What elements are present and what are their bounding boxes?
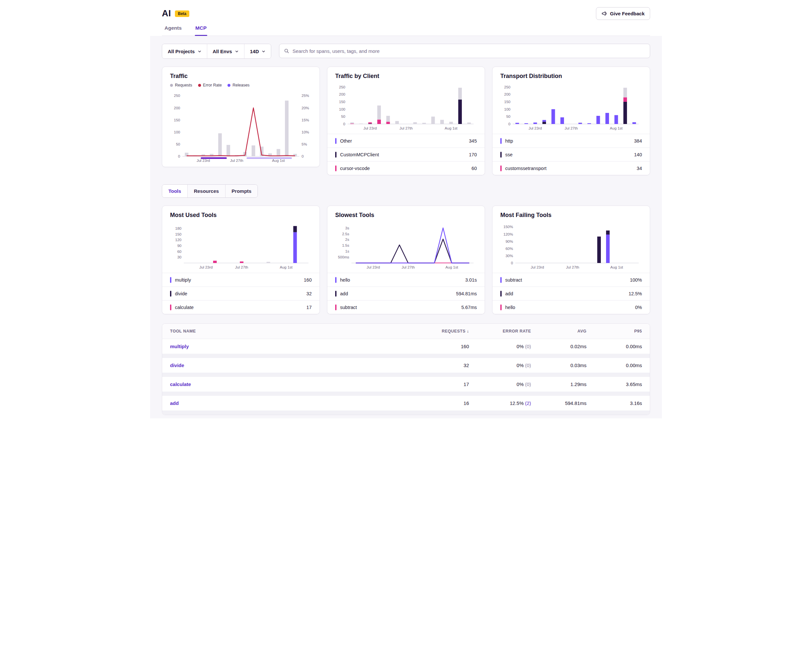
table-row-multiply[interactable]: multiply1600% (0)0.02ms0.00ms [162,339,650,354]
error-rate-percent: 12.5% [510,400,525,406]
segment-tools[interactable]: Tools [162,185,188,197]
series-row-subtract[interactable]: subtract100% [493,273,650,287]
svg-text:100: 100 [339,107,345,111]
requests-value: 16 [417,400,469,406]
legend-dot [170,84,173,87]
series-label: divide [175,291,187,296]
svg-text:150: 150 [339,100,345,104]
tool-link[interactable]: calculate [170,381,417,387]
tool-link[interactable]: add [170,400,417,406]
series-value: 100% [630,277,642,282]
svg-text:100: 100 [504,107,510,111]
table-row-add[interactable]: add1612.5% (2)594.81ms3.16s [162,396,650,410]
tool-link[interactable]: divide [170,363,417,368]
series-row-customssetransport[interactable]: customssetransport34 [493,161,650,175]
svg-text:Jul 23rd: Jul 23rd [363,126,377,130]
svg-text:120%: 120% [504,232,513,236]
card-title: Most Used Tools [170,212,312,219]
svg-text:10%: 10% [302,130,309,134]
give-feedback-label: Give Feedback [610,11,644,16]
svg-text:25%: 25% [302,94,309,98]
svg-text:50: 50 [341,114,345,119]
chevron-down-icon [262,50,266,53]
column-header-requests[interactable]: REQUESTS↓ [417,329,469,334]
series-value: 384 [634,138,642,143]
series-row-calculate[interactable]: calculate17 [162,300,319,314]
column-header-tool-name[interactable]: TOOL NAME [170,329,417,334]
svg-text:90%: 90% [505,240,513,243]
svg-text:250: 250 [339,85,345,89]
segment-prompts[interactable]: Prompts [226,185,258,197]
series-label: add [505,291,513,296]
series-color-pill [500,138,502,144]
svg-text:0: 0 [511,261,513,265]
svg-text:50: 50 [176,142,180,146]
series-row-subtract[interactable]: subtract5.67ms [327,300,485,314]
primary-tabs: AgentsMCP [162,25,650,36]
series-color-pill [500,277,502,283]
error-rate-percent: 0% [517,363,525,368]
series-row-add[interactable]: add12.5% [493,287,650,300]
p95-value: 0.00ms [586,363,642,368]
search-icon [284,48,289,53]
svg-text:500ms: 500ms [338,255,349,259]
series-row-cursor-vscode[interactable]: cursor-vscode60 [327,161,485,175]
svg-text:Aug 1st: Aug 1st [272,159,285,163]
p95-value: 3.16s [586,400,642,406]
page-title: AI [162,9,171,18]
series-value: 60 [472,166,477,171]
traffic-card: Traffic RequestsError RateReleases 05010… [162,67,320,167]
series-row-hello[interactable]: hello3.01s [327,273,485,287]
legend-item-error-rate[interactable]: Error Rate [198,83,222,87]
series-row-http[interactable]: http384 [493,134,650,148]
column-header-avg[interactable]: AVG [531,329,586,334]
legend-item-releases[interactable]: Releases [227,83,249,87]
filter-dropdown-14d[interactable]: 14D [244,44,271,58]
card-title: Slowest Tools [335,212,477,219]
series-label: hello [505,305,515,310]
table-row-divide[interactable]: divide320% (0)0.03ms0.00ms [162,358,650,373]
error-count[interactable]: (2) [525,400,531,406]
svg-text:250: 250 [504,85,510,89]
series-value: 345 [469,138,477,143]
requests-value: 32 [417,363,469,368]
search-input[interactable] [292,48,645,54]
tab-agents[interactable]: Agents [164,25,182,35]
tool-link[interactable]: multiply [170,343,417,349]
svg-text:15%: 15% [302,118,309,122]
filter-dropdown-all-projects[interactable]: All Projects [162,44,207,58]
chevron-down-icon [198,50,201,53]
traffic-by-client-card: Traffic by Client 050100150200250Jul 23r… [327,67,485,175]
segment-resources[interactable]: Resources [188,185,226,197]
give-feedback-button[interactable]: Give Feedback [596,7,650,20]
column-header-error-rate[interactable]: ERROR RATE [469,329,531,334]
traffic-by-client-chart: 050100150200250Jul 23rdJul 27thAug 1st [335,82,478,131]
transport-distribution-chart: 050100150200250Jul 23rdJul 27thAug 1st [500,82,643,131]
avg-value: 0.03ms [531,363,586,368]
series-row-other[interactable]: Other345 [327,134,485,148]
legend-dot [227,84,230,87]
series-row-custommcpclient[interactable]: CustomMCPClient170 [327,148,485,161]
tab-mcp[interactable]: MCP [195,25,207,35]
legend-item-requests[interactable]: Requests [170,83,192,87]
bottom-charts-grid: Most Used Tools 306090120150180Jul 23rdJ… [162,206,650,314]
error-rate-percent: 0% [517,381,525,387]
svg-text:150: 150 [175,232,182,236]
series-row-add[interactable]: add594.81ms [327,287,485,300]
svg-text:30%: 30% [505,254,513,258]
svg-text:Aug 1st: Aug 1st [610,126,623,130]
series-row-hello[interactable]: hello0% [493,300,650,314]
series-value: 160 [304,277,312,282]
series-row-multiply[interactable]: multiply160 [162,273,319,287]
avg-value: 0.02ms [531,343,586,349]
series-row-sse[interactable]: sse140 [493,148,650,161]
column-header-p95[interactable]: P95 [586,329,642,334]
svg-text:Jul 23rd: Jul 23rd [531,265,544,269]
series-row-divide[interactable]: divide32 [162,287,319,300]
sort-desc-icon: ↓ [467,329,469,334]
most-failing-tools-chart: 030%60%90%120%150%Jul 23rdJul 27thAug 1s… [500,221,643,270]
filter-dropdown-all-envs[interactable]: All Envs [207,44,244,58]
svg-text:0: 0 [508,122,510,126]
card-title: Transport Distribution [500,73,642,79]
table-row-calculate[interactable]: calculate170% (0)1.29ms3.65ms [162,377,650,392]
